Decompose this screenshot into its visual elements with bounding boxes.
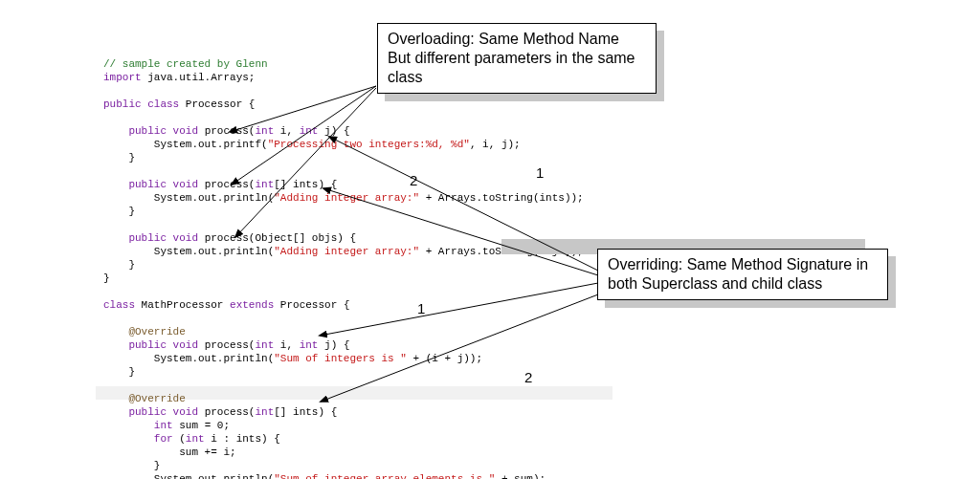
code-token: [] ints) { — [274, 179, 337, 190]
code-token: i, — [274, 339, 299, 351]
diagram-stage: // sample created by Glenn import java.u… — [0, 0, 980, 479]
code-token: + (i + j)); — [407, 353, 482, 364]
code-token: int — [186, 433, 205, 445]
code-token: Processor { — [274, 299, 349, 311]
code-token: "Sum of integer array elements is " — [274, 473, 495, 479]
code-token: int — [300, 125, 319, 137]
code-token: j) { — [318, 339, 349, 351]
code-token: public void — [103, 179, 198, 190]
code-token: public void — [103, 339, 198, 351]
arrow-label-1-mid: 1 — [417, 300, 425, 316]
code-token: public class — [103, 98, 179, 110]
code-token: process( — [198, 179, 255, 190]
arrow-label-2-top: 2 — [410, 172, 417, 188]
code-token: , i, j); — [470, 139, 521, 150]
callout-overriding: Overriding: Same Method Signature in bot… — [597, 249, 888, 300]
code-token: public void — [103, 406, 198, 418]
code-line: } — [103, 272, 110, 284]
java-code-block: // sample created by Glenn import java.u… — [103, 57, 584, 479]
code-token: j) { — [318, 125, 349, 137]
callout-text: Overriding: Same Method Signature in bot… — [608, 256, 868, 292]
code-token: java.util.Arrays; — [142, 72, 256, 83]
code-line: } — [103, 152, 135, 163]
code-token: process( — [198, 406, 255, 418]
code-token: process( — [198, 125, 255, 137]
code-token: System.out.println( — [103, 473, 274, 479]
code-line: @Override — [103, 393, 186, 404]
code-line: } — [103, 366, 135, 378]
code-token: int — [255, 179, 274, 190]
code-token: "Adding integer array:" — [274, 192, 419, 204]
code-token: public void — [103, 232, 198, 244]
code-line: @Override — [103, 326, 186, 337]
code-token: int — [300, 339, 319, 351]
code-token: public void — [103, 125, 198, 137]
code-token: int — [255, 125, 274, 137]
code-token: System.out.println( — [103, 246, 274, 257]
code-token: int — [255, 339, 274, 351]
code-line: // sample created by Glenn — [103, 58, 268, 70]
code-token: extends — [230, 299, 274, 311]
code-token: [] ints) { — [274, 406, 337, 418]
code-token: int — [103, 420, 173, 431]
code-token: sum = 0; — [173, 420, 230, 431]
code-line: } — [103, 460, 160, 471]
code-token: System.out.printf( — [103, 139, 268, 150]
code-line: } — [103, 206, 135, 217]
code-token: "Processing two integers:%d, %d" — [268, 139, 470, 150]
code-token: i : ints) { — [205, 433, 280, 445]
code-line: sum += i; — [103, 446, 236, 458]
code-token: + Arrays.toString(ints)); — [419, 192, 584, 204]
arrow-label-1-top: 1 — [536, 164, 544, 181]
callout-overloading: Overloading: Same Method Name But differ… — [377, 23, 657, 94]
code-token: for — [103, 433, 173, 445]
code-token: process( — [198, 339, 255, 351]
code-token: + sum); — [495, 473, 546, 479]
code-token: MathProcessor — [135, 299, 230, 311]
code-token: "Adding integer array:" — [274, 246, 419, 257]
code-token: Processor { — [179, 98, 255, 110]
callout-text: Overloading: Same Method Name But differ… — [388, 31, 635, 85]
code-token: process(Object[] objs) { — [198, 232, 356, 244]
code-token: System.out.println( — [103, 192, 274, 204]
code-line: } — [103, 259, 135, 271]
code-token: class — [103, 299, 135, 311]
code-token: int — [255, 406, 274, 418]
code-token: "Sum of integers is " — [274, 353, 407, 364]
code-token: import — [103, 72, 142, 83]
code-token: i, — [274, 125, 299, 137]
arrow-label-2-mid: 2 — [524, 369, 532, 385]
code-token: System.out.println( — [103, 353, 274, 364]
code-token: ( — [173, 433, 186, 445]
